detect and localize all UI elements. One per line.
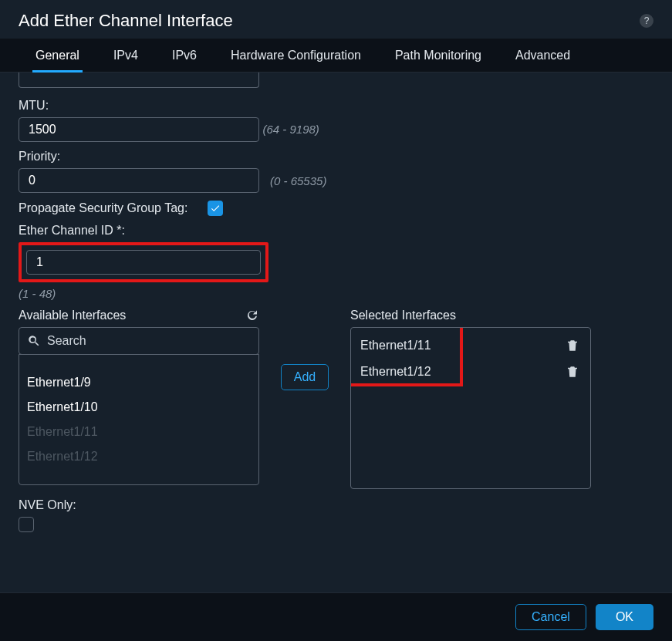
selected-item-label: Ethernet1/12 [360,365,431,379]
tab-ipv4[interactable]: IPv4 [96,39,155,72]
nve-checkbox[interactable] [19,517,34,532]
refresh-icon[interactable] [245,309,259,322]
search-input[interactable] [47,334,251,348]
truncated-input[interactable] [19,73,259,88]
mtu-hint: (64 - 9198) [262,123,319,136]
check-icon [210,203,221,214]
selected-list[interactable]: Ethernet1/11 Ethernet1/12 [350,327,591,489]
eid-hint: (1 - 48) [19,287,56,300]
cancel-button[interactable]: Cancel [515,604,586,630]
tab-general[interactable]: General [19,39,96,72]
priority-hint: (0 - 65535) [270,174,326,187]
mtu-input[interactable] [19,117,259,142]
tab-ipv6[interactable]: IPv6 [155,39,214,72]
psgt-label: Propagate Security Group Tag: [19,201,187,215]
search-icon [27,334,41,348]
priority-input[interactable] [19,168,259,193]
modal-header: Add Ether Channel Interface ? [0,0,672,39]
trash-icon[interactable] [566,364,579,380]
tab-hardware[interactable]: Hardware Configuration [214,39,378,72]
list-item: Ethernet1/12 [19,444,258,469]
available-column: Available Interfaces Ethernet1/9 Etherne… [19,309,259,489]
selected-header-row: Selected Interfaces [350,309,591,322]
modal-title: Add Ether Channel Interface [19,11,233,31]
tab-path-monitoring[interactable]: Path Monitoring [378,39,498,72]
selected-column: Selected Interfaces Ethernet1/11 Etherne… [350,309,591,489]
selected-item-label: Ethernet1/11 [360,339,431,353]
add-column: Add [273,309,336,489]
nve-group: NVE Only: [19,498,653,532]
add-button[interactable]: Add [281,364,329,390]
mtu-group: MTU: (64 - 9198) [19,99,653,142]
list-item[interactable]: Ethernet1/9 [19,370,258,395]
eid-input[interactable] [26,250,261,275]
ok-button[interactable]: OK [596,604,653,630]
mtu-label: MTU: [19,99,653,113]
modal: Add Ether Channel Interface ? General IP… [0,0,672,641]
psgt-group: Propagate Security Group Tag: [19,201,653,216]
list-item[interactable]: Ethernet1/10 [19,395,258,420]
selected-item[interactable]: Ethernet1/11 [351,332,590,359]
list-item[interactable] [19,354,258,370]
modal-content: MTU: (64 - 9198) Priority: (0 - 65535) P… [0,73,672,592]
priority-label: Priority: [19,150,653,164]
eid-highlight [19,242,268,282]
trash-icon[interactable] [566,338,579,353]
search-box[interactable] [19,327,259,355]
tab-advanced[interactable]: Advanced [498,39,587,72]
transfer-row: Available Interfaces Ethernet1/9 Etherne… [19,309,653,489]
eid-group: Ether Channel ID *: (1 - 48) [19,224,653,301]
available-list[interactable]: Ethernet1/9 Ethernet1/10 Ethernet1/11 Et… [19,354,259,485]
priority-group: Priority: (0 - 65535) [19,150,653,193]
selected-header: Selected Interfaces [350,309,456,322]
tabs: General IPv4 IPv6 Hardware Configuration… [0,39,672,73]
available-header-row: Available Interfaces [19,309,259,322]
selected-item[interactable]: Ethernet1/12 [351,359,590,385]
modal-footer: Cancel OK [0,592,672,641]
eid-label: Ether Channel ID *: [19,224,653,238]
truncated-field-above [19,73,653,88]
nve-label: NVE Only: [19,498,653,512]
list-item: Ethernet1/11 [19,420,258,444]
psgt-checkbox[interactable] [208,201,223,216]
available-header: Available Interfaces [19,309,126,322]
help-icon[interactable]: ? [640,14,653,28]
